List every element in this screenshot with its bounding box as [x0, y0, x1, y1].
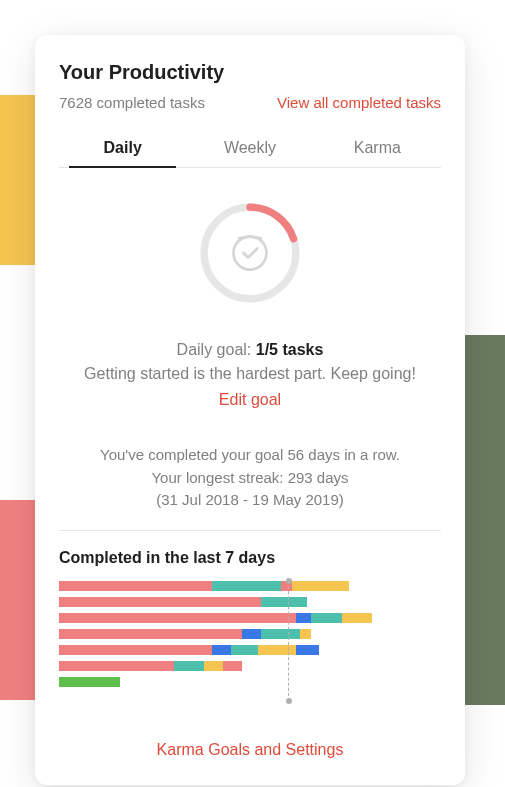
chart-goal-dot-bottom — [286, 698, 292, 704]
streak-line2: Your longest streak: 293 days — [59, 467, 441, 490]
chart-segment — [296, 613, 311, 623]
subheader: 7628 completed tasks View all completed … — [59, 94, 441, 111]
chart-row — [59, 629, 441, 639]
chart-row — [59, 581, 441, 591]
chart-segment — [311, 613, 342, 623]
streak-info: You've completed your goal 56 days in a … — [59, 444, 441, 512]
chart-segment — [59, 645, 212, 655]
chart-row — [59, 661, 441, 671]
medal-ring-icon — [195, 198, 305, 308]
page-title: Your Productivity — [59, 61, 441, 84]
tab-daily[interactable]: Daily — [59, 131, 186, 167]
chart-segment — [242, 629, 261, 639]
chart-row — [59, 645, 441, 655]
chart-title: Completed in the last 7 days — [59, 549, 441, 567]
chart-row — [59, 597, 441, 607]
chart-segment — [296, 645, 319, 655]
chart-segment — [212, 645, 231, 655]
chart-segment — [204, 661, 223, 671]
chart-segment — [342, 613, 373, 623]
goal-motivation: Getting started is the hardest part. Kee… — [59, 362, 441, 386]
chart-row — [59, 677, 441, 687]
chart-row — [59, 613, 441, 623]
chart-segment — [59, 661, 174, 671]
streak-line3: (31 Jul 2018 - 19 May 2019) — [59, 489, 441, 512]
chart-segment — [258, 645, 296, 655]
completed-count: 7628 completed tasks — [59, 94, 205, 111]
goal-text: Daily goal: 1/5 tasks Getting started is… — [59, 338, 441, 412]
chart-segment — [292, 581, 349, 591]
view-all-link[interactable]: View all completed tasks — [277, 94, 441, 111]
chart-segment — [231, 645, 258, 655]
goal-value: 1/5 tasks — [256, 341, 324, 358]
tabs: Daily Weekly Karma — [59, 131, 441, 168]
tab-karma[interactable]: Karma — [314, 131, 441, 167]
chart-goal-line — [288, 581, 289, 701]
background-accent-yellow — [0, 95, 40, 265]
chart-segment — [59, 581, 212, 591]
chart-segment — [59, 629, 242, 639]
chart-segment — [59, 677, 120, 687]
chart-segment — [300, 629, 311, 639]
chart-segment — [261, 597, 307, 607]
productivity-card: Your Productivity 7628 completed tasks V… — [35, 35, 465, 785]
karma-settings-link[interactable]: Karma Goals and Settings — [59, 741, 441, 759]
divider — [59, 530, 441, 531]
chart-segment — [59, 613, 296, 623]
chart-segment — [223, 661, 242, 671]
chart-goal-dot-top — [286, 578, 292, 584]
streak-line1: You've completed your goal 56 days in a … — [59, 444, 441, 467]
chart-segment — [174, 661, 205, 671]
tab-weekly[interactable]: Weekly — [186, 131, 313, 167]
chart-segment — [59, 597, 261, 607]
completed-7day-chart — [59, 581, 441, 701]
goal-progress-ring — [59, 198, 441, 308]
edit-goal-link[interactable]: Edit goal — [219, 388, 281, 412]
chart-segment — [261, 629, 299, 639]
chart-segment — [212, 581, 281, 591]
goal-label: Daily goal: — [177, 341, 256, 358]
svg-point-1 — [234, 237, 267, 270]
